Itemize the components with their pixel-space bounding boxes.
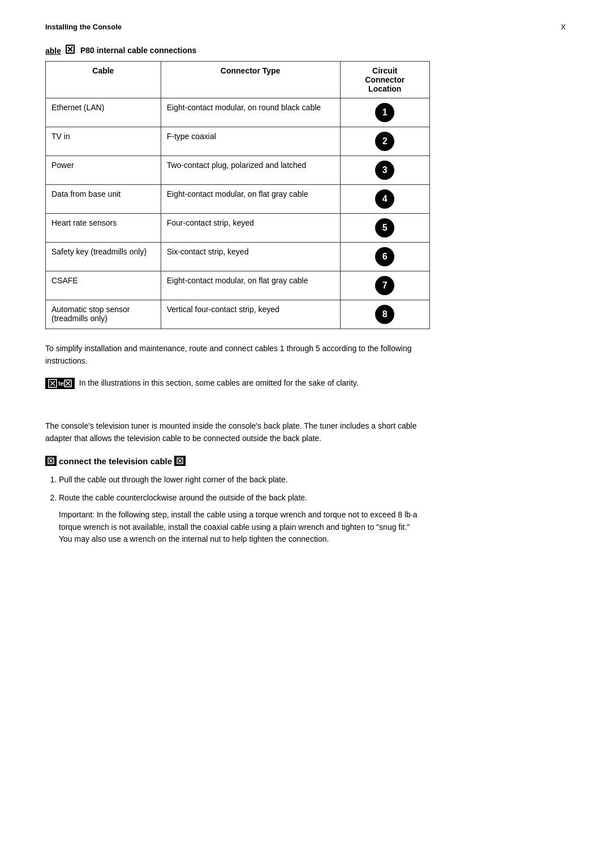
table-title-icon bbox=[66, 46, 75, 55]
cell-connector: Eight-contact modular, on flat gray cabl… bbox=[161, 271, 340, 300]
circuit-badge-6: 6 bbox=[375, 247, 394, 266]
cell-circuit-badge: 8 bbox=[340, 300, 429, 329]
cell-circuit-badge: 5 bbox=[340, 214, 429, 243]
circuit-badge-3: 3 bbox=[375, 161, 394, 180]
cell-cable: TV in bbox=[46, 127, 161, 156]
note-icon: te bbox=[45, 378, 75, 389]
note-block: te In the illustrations in this section,… bbox=[45, 377, 430, 390]
table-row: CSAFEEight-contact modular, on flat gray… bbox=[46, 271, 430, 300]
circuit-badge-4: 4 bbox=[375, 189, 394, 209]
sub-heading-icon-left bbox=[45, 456, 57, 466]
circuit-badge-5: 5 bbox=[375, 218, 394, 237]
cell-circuit-badge: 4 bbox=[340, 185, 429, 214]
table-title: able P80 internal cable connections bbox=[45, 45, 566, 55]
steps-list: Pull the cable out through the lower rig… bbox=[59, 474, 444, 545]
sub-heading-label: connect the television cable bbox=[59, 456, 172, 466]
step-1: Pull the cable out through the lower rig… bbox=[59, 474, 444, 486]
note-text: In the illustrations in this section, so… bbox=[79, 377, 359, 390]
cell-circuit-badge: 2 bbox=[340, 127, 429, 156]
col-header-circuit: CircuitConnectorLocation bbox=[340, 62, 429, 98]
circuit-badge-8: 8 bbox=[375, 305, 394, 324]
cell-connector: Four-contact strip, keyed bbox=[161, 214, 340, 243]
table-row: Automatic stop sensor (treadmills only)V… bbox=[46, 300, 430, 329]
table-row: TV inF-type coaxial2 bbox=[46, 127, 430, 156]
sub-heading-connect-tv: connect the television cable bbox=[45, 456, 430, 466]
page-header: Installing the Console X bbox=[45, 23, 566, 31]
body-text-2: The console's television tuner is mounte… bbox=[45, 420, 430, 444]
table-main-title: P80 internal cable connections bbox=[80, 46, 196, 55]
header-title: Installing the Console bbox=[45, 23, 122, 31]
table-row: PowerTwo-contact plug, polarized and lat… bbox=[46, 156, 430, 185]
cell-circuit-badge: 7 bbox=[340, 271, 429, 300]
cell-cable: Heart rate sensors bbox=[46, 214, 161, 243]
cell-connector: F-type coaxial bbox=[161, 127, 340, 156]
cell-connector: Six-contact strip, keyed bbox=[161, 243, 340, 271]
table-title-prefix: able bbox=[45, 45, 77, 55]
cell-cable: Automatic stop sensor (treadmills only) bbox=[46, 300, 161, 329]
step-2: Route the cable counterclockwise around … bbox=[59, 492, 444, 546]
col-header-connector: Connector Type bbox=[161, 62, 340, 98]
body-text-1: To simplify installation and maintenance… bbox=[45, 343, 430, 367]
page-number: X bbox=[561, 23, 566, 31]
col-header-cable: Cable bbox=[46, 62, 161, 98]
cell-circuit-badge: 1 bbox=[340, 98, 429, 127]
sub-heading-icon-right bbox=[174, 456, 186, 466]
cell-connector: Eight-contact modular, on round black ca… bbox=[161, 98, 340, 127]
circuit-badge-7: 7 bbox=[375, 276, 394, 295]
important-block: Important: In the following step, instal… bbox=[59, 509, 421, 546]
table-row: Heart rate sensorsFour-contact strip, ke… bbox=[46, 214, 430, 243]
circuit-badge-2: 2 bbox=[375, 132, 394, 151]
table-prefix-text: able bbox=[45, 46, 61, 55]
cell-cable: CSAFE bbox=[46, 271, 161, 300]
cell-connector: Eight-contact modular, on flat gray cabl… bbox=[161, 185, 340, 214]
cell-circuit-badge: 6 bbox=[340, 243, 429, 271]
table-row: Ethernet (LAN)Eight-contact modular, on … bbox=[46, 98, 430, 127]
table-row: Data from base unitEight-contact modular… bbox=[46, 185, 430, 214]
cell-cable: Power bbox=[46, 156, 161, 185]
table-row: Safety key (treadmills only)Six-contact … bbox=[46, 243, 430, 271]
cable-connections-table: Cable Connector Type CircuitConnectorLoc… bbox=[45, 61, 430, 329]
cell-cable: Ethernet (LAN) bbox=[46, 98, 161, 127]
cell-connector: Two-contact plug, polarized and latched bbox=[161, 156, 340, 185]
circuit-badge-1: 1 bbox=[375, 103, 394, 122]
cell-cable: Safety key (treadmills only) bbox=[46, 243, 161, 271]
cell-cable: Data from base unit bbox=[46, 185, 161, 214]
cell-connector: Vertical four-contact strip, keyed bbox=[161, 300, 340, 329]
cell-circuit-badge: 3 bbox=[340, 156, 429, 185]
